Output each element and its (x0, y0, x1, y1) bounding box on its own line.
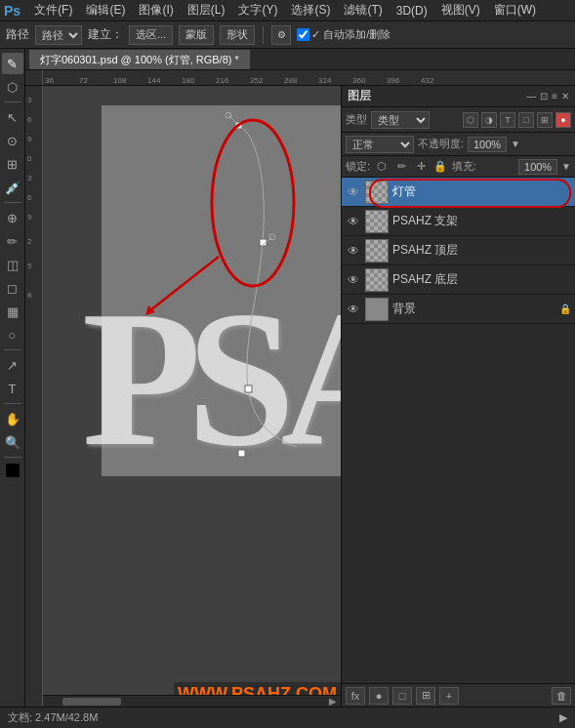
fill-arrow[interactable]: ▼ (561, 161, 571, 172)
menu-image[interactable]: 图像(I) (133, 2, 179, 19)
fill-input[interactable] (518, 159, 557, 175)
ruler-mark-6: 252 (250, 76, 263, 85)
tool-shape[interactable]: ⬡ (2, 76, 23, 98)
scroll-arrow-right[interactable]: ▶ (329, 696, 341, 707)
ruler-v-6: 9 (27, 213, 31, 222)
layer-eye-4[interactable]: 👁 (346, 272, 361, 288)
ruler-mark-5: 216 (216, 76, 228, 85)
tool-brush[interactable]: ✏ (2, 230, 23, 252)
h-scrollbar[interactable]: ▶ (43, 695, 341, 707)
status-text: 文档: 2.47M/42.8M (8, 710, 98, 725)
anchor-point-1 (235, 122, 242, 129)
panel-close-btn[interactable]: ✕ (561, 91, 569, 101)
menu-text[interactable]: 文字(Y) (232, 2, 283, 19)
fx-button[interactable]: fx (346, 687, 365, 705)
letter-A: A (280, 281, 341, 476)
h-scrollbar-thumb[interactable] (62, 698, 121, 706)
new-layer-button[interactable]: + (439, 687, 459, 705)
ruler-mark-1: 72 (79, 76, 88, 85)
layer-eye-1[interactable]: 👁 (346, 184, 361, 200)
panel-collapse-btn[interactable]: — (526, 91, 536, 101)
red-oval (212, 120, 294, 286)
filter-adjust-icon[interactable]: ◑ (481, 112, 497, 128)
panel-menu-btn[interactable]: ≡ (552, 91, 557, 101)
filter-toggle[interactable]: ● (555, 112, 571, 128)
layer-eye-2[interactable]: 👁 (346, 214, 361, 229)
tool-separator-2 (4, 202, 21, 203)
tool-select[interactable]: ↖ (2, 106, 23, 128)
opacity-input[interactable] (468, 137, 507, 152)
layer-row-background[interactable]: 👁 背景 🔒 (342, 295, 575, 324)
layer-mask-button[interactable]: □ (392, 687, 412, 705)
tool-gradient[interactable]: ▦ (2, 301, 23, 322)
canvas-area[interactable]: P S A F (43, 86, 341, 707)
filter-type-select[interactable]: 类型 (371, 111, 430, 129)
lock-position-icon[interactable]: ✛ (413, 159, 429, 175)
group-button[interactable]: ⊞ (416, 687, 435, 705)
auto-add-checkbox[interactable]: ✓ 自动添加/删除 (297, 27, 390, 42)
menu-edit[interactable]: 编辑(E) (80, 2, 131, 19)
tool-hand[interactable]: ✋ (2, 408, 23, 429)
lock-transparent-icon[interactable]: ⬡ (374, 159, 390, 175)
menu-file[interactable]: 文件(F) (28, 2, 78, 19)
filter-type-icon[interactable]: T (500, 112, 515, 128)
foreground-color[interactable] (6, 464, 20, 477)
menu-3d[interactable]: 3D(D) (390, 4, 433, 18)
lock-label: 锁定: (346, 159, 370, 174)
new-fill-button[interactable]: ● (369, 687, 389, 705)
filter-label: 类型 (346, 112, 367, 127)
tool-zoom[interactable]: 🔍 (2, 431, 23, 453)
ruler-v-7: 2 (27, 237, 31, 246)
layer-blend-bar: 正常 不透明度: ▼ (342, 133, 575, 156)
layer-eye-5[interactable]: 👁 (346, 302, 361, 317)
panel-expand-btn[interactable]: ⊡ (540, 91, 548, 101)
opt-separator (263, 26, 264, 44)
tool-pen[interactable]: ✎ (2, 53, 23, 74)
layer-thumb-2 (365, 210, 389, 233)
select-btn[interactable]: 选区... (129, 25, 173, 45)
menu-view[interactable]: 视图(V) (435, 2, 486, 19)
auto-add-check[interactable] (297, 28, 309, 41)
opacity-arrow[interactable]: ▼ (511, 139, 520, 149)
delete-layer-button[interactable]: 🗑 (552, 687, 571, 705)
layer-eye-3[interactable]: 👁 (346, 243, 361, 259)
ruler-v-0: 3 (27, 96, 31, 104)
tool-eraser[interactable]: ◻ (2, 277, 23, 299)
menu-layer[interactable]: 图层(L) (182, 2, 231, 19)
tool-path-select[interactable]: ↗ (2, 354, 23, 376)
menu-filter[interactable]: 滤镜(T) (338, 2, 388, 19)
ruler-mark-2: 108 (113, 76, 126, 85)
tool-eyedrop[interactable]: 💉 (2, 177, 23, 198)
filter-shape-icon[interactable]: □ (518, 112, 534, 128)
tool-crop[interactable]: ⊞ (2, 153, 23, 175)
layer-row-denguan[interactable]: 👁 灯管 (342, 178, 575, 207)
tool-lasso[interactable]: ⊙ (2, 130, 23, 151)
lock-all-icon[interactable]: 🔒 (432, 159, 448, 175)
auto-add-label: ✓ 自动添加/删除 (311, 27, 390, 42)
canvas-document: P S A F (102, 105, 341, 476)
layer-name-1: 灯管 (392, 183, 571, 200)
menu-window[interactable]: 窗口(W) (488, 2, 542, 19)
tool-dodge[interactable]: ○ (2, 324, 23, 345)
tool-clone[interactable]: ◫ (2, 254, 23, 275)
tool-heal[interactable]: ⊕ (2, 207, 23, 228)
tool-type[interactable]: T (2, 378, 23, 399)
layer-row-bottomlayer[interactable]: 👁 PSAHZ 底层 (342, 265, 575, 295)
shape-btn[interactable]: 形状 (220, 25, 255, 45)
layer-row-toplayer[interactable]: 👁 PSAHZ 顶层 (342, 236, 575, 265)
layer-filter-bar: 类型 类型 ⬡ ◑ T □ ⊞ ● (342, 107, 575, 133)
layer-row-support[interactable]: 👁 PSAHZ 支架 (342, 207, 575, 236)
filter-pixel-icon[interactable]: ⬡ (463, 112, 478, 128)
gear-icon[interactable]: ⚙ (271, 25, 291, 45)
opacity-label: 不透明度: (418, 137, 464, 151)
active-tab[interactable]: 灯字060301.psd @ 100% (灯管, RGB/8) * (29, 50, 250, 69)
path-select[interactable]: 路径 (35, 25, 82, 45)
lock-pixels-icon[interactable]: ✏ (393, 159, 409, 175)
options-bar: 路径 路径 建立： 选区... 蒙版 形状 ⚙ ✓ 自动添加/删除 (0, 21, 575, 49)
filter-smart-icon[interactable]: ⊞ (537, 112, 553, 128)
blend-mode-select[interactable]: 正常 (346, 136, 414, 153)
mask-btn[interactable]: 蒙版 (179, 25, 214, 45)
handle-circle-1 (226, 112, 231, 118)
handle-circle-2 (269, 234, 275, 240)
menu-select[interactable]: 选择(S) (285, 2, 336, 19)
